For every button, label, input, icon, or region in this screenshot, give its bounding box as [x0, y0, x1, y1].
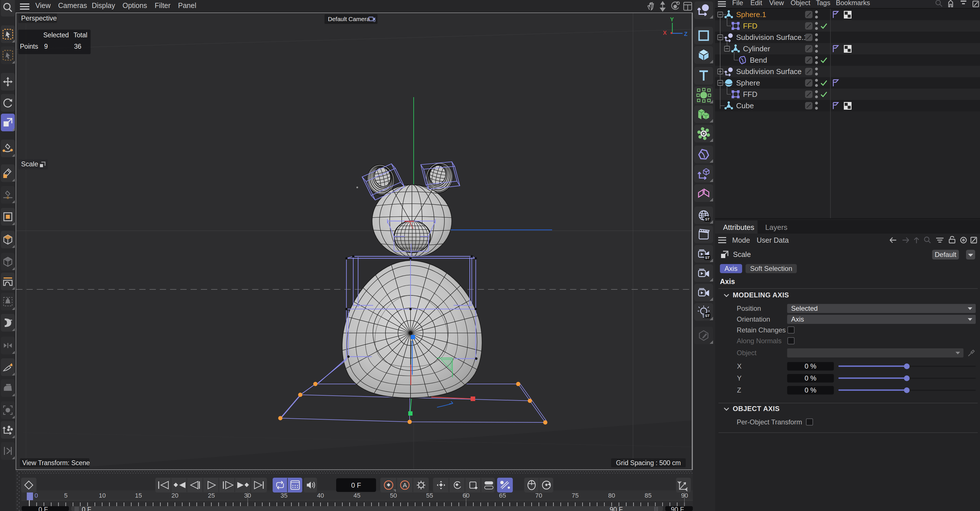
svg-text:FFD: FFD — [743, 90, 757, 99]
svg-text:90: 90 — [681, 492, 688, 499]
svg-text:20: 20 — [172, 492, 178, 499]
svg-text:45: 45 — [353, 492, 360, 499]
svg-text:75: 75 — [572, 492, 579, 499]
svg-text:Cube: Cube — [736, 102, 754, 110]
svg-text:40: 40 — [317, 492, 324, 499]
svg-text:X: X — [663, 30, 667, 36]
svg-text:A: A — [403, 482, 407, 489]
svg-text:0 F: 0 F — [82, 506, 91, 511]
svg-text:Sphere.1: Sphere.1 — [736, 10, 766, 19]
svg-text:FFD: FFD — [743, 22, 757, 30]
svg-text:Bend: Bend — [750, 56, 767, 64]
svg-text:Subdivision Surface.1: Subdivision Surface.1 — [736, 33, 808, 41]
svg-text:65: 65 — [499, 492, 506, 499]
svg-text:ST: ST — [705, 314, 710, 318]
svg-text:5: 5 — [64, 492, 67, 499]
svg-text:50: 50 — [390, 492, 397, 499]
svg-text:0 F: 0 F — [38, 506, 48, 511]
svg-text:Y: Y — [670, 16, 674, 22]
svg-text:0 F: 0 F — [351, 481, 361, 489]
svg-text:Z: Z — [684, 31, 687, 37]
svg-text:70: 70 — [535, 492, 542, 499]
svg-text:25: 25 — [208, 492, 215, 499]
svg-text:0: 0 — [35, 492, 38, 499]
svg-text:Subdivision Surface: Subdivision Surface — [736, 67, 802, 76]
svg-text:15: 15 — [135, 492, 142, 499]
svg-text:55: 55 — [426, 492, 433, 499]
svg-text:85: 85 — [645, 492, 652, 499]
svg-text:90 F: 90 F — [671, 506, 684, 511]
svg-text:90 F: 90 F — [610, 506, 623, 511]
svg-text:ST: ST — [705, 217, 710, 221]
svg-text:35: 35 — [281, 492, 288, 499]
svg-text:10: 10 — [99, 492, 106, 499]
svg-text:Cylinder: Cylinder — [743, 45, 770, 53]
svg-text:ST: ST — [705, 256, 710, 260]
svg-text:30: 30 — [244, 492, 251, 499]
svg-text:Sphere: Sphere — [736, 79, 760, 87]
svg-text:80: 80 — [608, 492, 615, 499]
svg-text:60: 60 — [463, 492, 469, 499]
